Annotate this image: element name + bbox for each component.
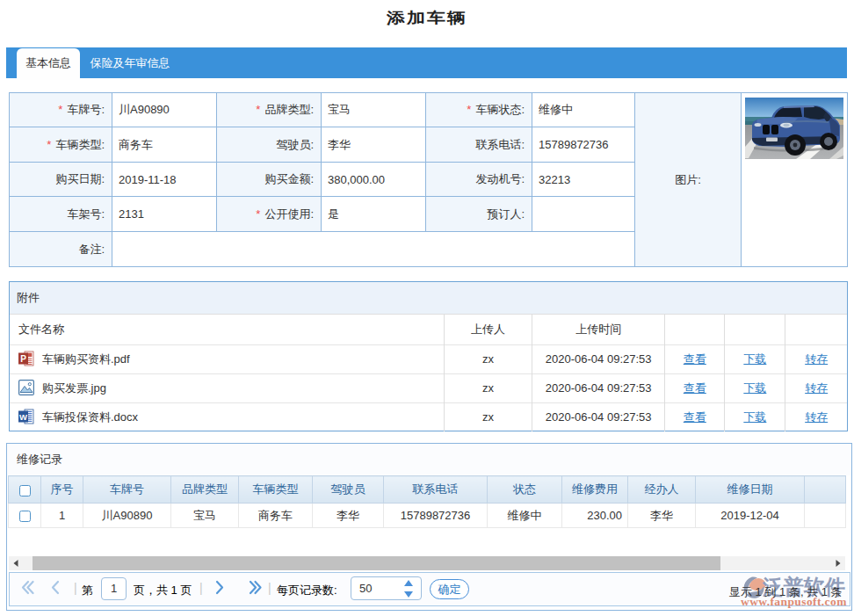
svg-text:W: W [19,412,27,422]
svg-text:P: P [20,354,26,364]
